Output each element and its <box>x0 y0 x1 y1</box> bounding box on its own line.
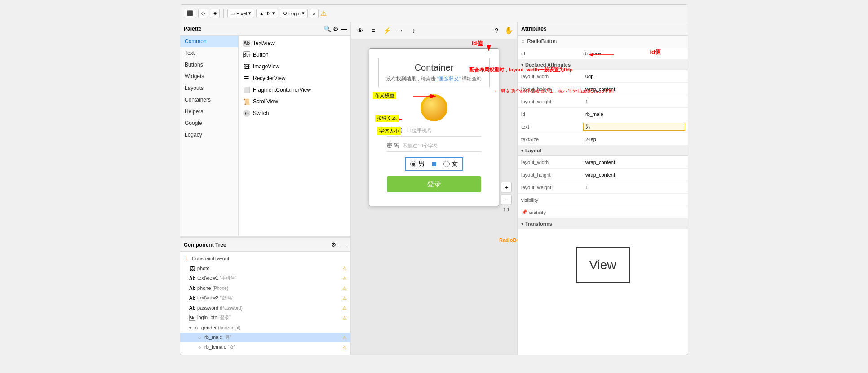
phone-frame: Container 没有找到结果，请点击 "更多释义" 详细查询 <box>369 48 499 206</box>
scrollview-icon: 📜 <box>243 98 250 105</box>
toolbar-btn-cursor[interactable]: ◈ <box>210 9 220 18</box>
palette-title: Palette <box>184 26 321 32</box>
tree-item-textview1[interactable]: Ab textView1 "手机号" ⚠ <box>180 273 350 283</box>
attr-input-layout-weight-d[interactable] <box>583 98 685 106</box>
toolbar-btn-layer[interactable]: ⬛ <box>184 9 196 18</box>
attr-name-text-d: text <box>518 122 580 131</box>
design-help-btn[interactable]: ? <box>491 25 502 36</box>
palette-item-button[interactable]: Btn Button <box>239 49 350 61</box>
attr-input-layout-height-d[interactable] <box>583 85 685 93</box>
attr-row-layout-height-declared: layout_height <box>518 83 688 95</box>
palette-item-switch[interactable]: ⊙ Switch <box>239 107 350 119</box>
toolbar: ⬛ ◇ ◈ ▭ Pixel ▾ ▲ 32 ▾ ⊙ Login ▾ <box>180 5 688 22</box>
radio-male[interactable]: 男 <box>410 160 425 168</box>
attr-row-textsize-declared: textSize <box>518 133 688 146</box>
attr-input-visibility[interactable] <box>583 196 685 204</box>
toolbar-btn-more[interactable]: » <box>310 9 319 18</box>
toolbar-btn-shapes[interactable]: ◇ <box>198 9 208 18</box>
tv1-label: textView1 "手机号" <box>197 275 237 281</box>
attr-input-textsize-d[interactable] <box>583 135 685 143</box>
tree-item-login-btn[interactable]: Btn login_btn "登录" ⚠ <box>180 313 350 323</box>
palette-item-fragmentcontainerview[interactable]: ⬜ FragmentContainerView <box>239 84 350 96</box>
password-placeholder: 不超过10个字符 <box>403 142 481 149</box>
zoom-in-button[interactable]: + <box>501 182 512 193</box>
mountain-icon: ▲ <box>259 11 264 16</box>
attr-name-layout-weight-d: layout_weight <box>518 97 580 106</box>
constraint-icon: L <box>184 255 190 262</box>
tree-item-password[interactable]: Ab password (Password) ⚠ <box>180 303 350 313</box>
category-legacy[interactable]: Legacy <box>180 129 238 141</box>
attr-input-visibility-pin[interactable] <box>583 209 685 217</box>
design-arrows-h-btn[interactable]: ↔ <box>395 25 406 36</box>
device-selector[interactable]: ▭ Pixel ▾ <box>227 9 254 18</box>
palette-item-recyclerview[interactable]: ☰ RecyclerView <box>239 72 350 84</box>
transforms-arrow-icon: ▾ <box>521 222 523 226</box>
attributes-header: Attributes <box>518 22 688 36</box>
phone-input-row: 手机号 11位手机号 <box>387 127 481 137</box>
attr-input-id-d[interactable] <box>583 110 685 118</box>
gear-icon-tree[interactable]: ⚙ <box>331 241 337 248</box>
gear-icon[interactable]: ⚙ <box>333 25 339 32</box>
category-helpers[interactable]: Helpers <box>180 106 238 117</box>
tree-item-photo[interactable]: 🖼 photo ⚠ <box>180 263 350 273</box>
login-btn-tree-icon: Btn <box>189 315 195 321</box>
attr-row-layout-width-layout: layout_width <box>518 156 688 169</box>
component-tree-panel: Component Tree ⚙ — L ConstraintLayout 🖼 … <box>180 238 350 355</box>
radio-female[interactable]: 女 <box>443 160 458 168</box>
attr-name-id-d: id <box>518 110 580 119</box>
design-eye-btn[interactable]: 👁 <box>354 25 365 36</box>
design-arrows-v-btn[interactable]: ↕ <box>408 25 419 36</box>
design-error-btn[interactable]: ⚡ <box>381 25 392 36</box>
radio-male-label: 男 <box>418 160 425 168</box>
tree-item-phone[interactable]: Ab phone (Phone) ⚠ <box>180 283 350 293</box>
component-tree-header: Component Tree ⚙ — <box>180 238 350 252</box>
design-list-btn[interactable]: ≡ <box>368 25 379 36</box>
search-icon[interactable]: 🔍 <box>323 25 331 32</box>
scrollview-label: ScrollView <box>253 98 278 105</box>
palette-item-scrollview[interactable]: 📜 ScrollView <box>239 96 350 107</box>
gender-tree-icon: ○ <box>193 324 199 331</box>
category-text[interactable]: Text <box>180 47 238 59</box>
attr-input-layout-width-l[interactable] <box>583 158 685 166</box>
category-widgets[interactable]: Widgets <box>180 71 238 82</box>
api-selector[interactable]: ▲ 32 ▾ <box>256 9 278 18</box>
category-google[interactable]: Google <box>180 117 238 129</box>
annotation-id-value-text: id值 <box>650 49 661 55</box>
login-selector[interactable]: ⊙ Login ▾ <box>280 9 308 18</box>
tree-item-rb-male[interactable]: ○ rb_male "男" ⚠ <box>180 333 350 342</box>
attr-input-layout-width-d[interactable] <box>583 72 685 80</box>
category-buttons[interactable]: Buttons <box>180 59 238 71</box>
main-content: Palette 🔍 ⚙ — Common Text Buttons Widget… <box>180 22 688 355</box>
cursor-icon: ◈ <box>213 10 217 16</box>
tree-item-textview2[interactable]: Ab textView2 "密 码" ⚠ <box>180 293 350 303</box>
palette-item-textview[interactable]: Ab TextView <box>239 37 350 49</box>
palette-item-imageview[interactable]: 🖼 ImageView <box>239 61 350 72</box>
tree-item-rb-female[interactable]: ○ rb_female "女" ⚠ <box>180 342 350 352</box>
container-hint-link[interactable]: "更多释义" <box>437 76 461 81</box>
container-title: Container <box>383 62 485 73</box>
api-label: 32 <box>266 11 271 16</box>
minus-icon-tree[interactable]: — <box>341 241 347 248</box>
attr-value-layout-weight-d <box>580 97 688 107</box>
zoom-out-button[interactable]: − <box>501 195 512 205</box>
attr-input-layout-weight-l[interactable] <box>583 183 685 191</box>
phone-placeholder: 11位手机号 <box>407 127 481 134</box>
attr-name-layout-weight-l: layout_weight <box>518 183 580 192</box>
category-layouts[interactable]: Layouts <box>180 82 238 94</box>
minus-icon[interactable]: — <box>341 25 347 32</box>
login-circle-icon: ⊙ <box>283 10 287 16</box>
category-containers[interactable]: Containers <box>180 94 238 106</box>
attr-row-layout-height-layout: layout_height <box>518 169 688 181</box>
tree-item-constraint[interactable]: L ConstraintLayout <box>180 253 350 263</box>
login-button[interactable]: 登录 <box>387 176 481 192</box>
tree-item-gender[interactable]: ▾ ○ gender (horizontal) <box>180 323 350 333</box>
attr-input-layout-height-l[interactable] <box>583 171 685 179</box>
category-common[interactable]: Common <box>180 36 238 47</box>
attr-input-text-d[interactable] <box>583 123 685 131</box>
transforms-section-header[interactable]: ▾ Transforms <box>518 219 688 229</box>
attributes-panel: Attributes ○ RadioButton id rb_male ▾ De… <box>517 22 688 355</box>
tv2-warning-icon: ⚠ <box>342 295 347 301</box>
attr-name-visibility-pin: 📌 visibility <box>518 208 580 217</box>
password-label: 密 码 <box>387 142 399 150</box>
layout-section-header[interactable]: ▾ Layout <box>518 146 688 156</box>
